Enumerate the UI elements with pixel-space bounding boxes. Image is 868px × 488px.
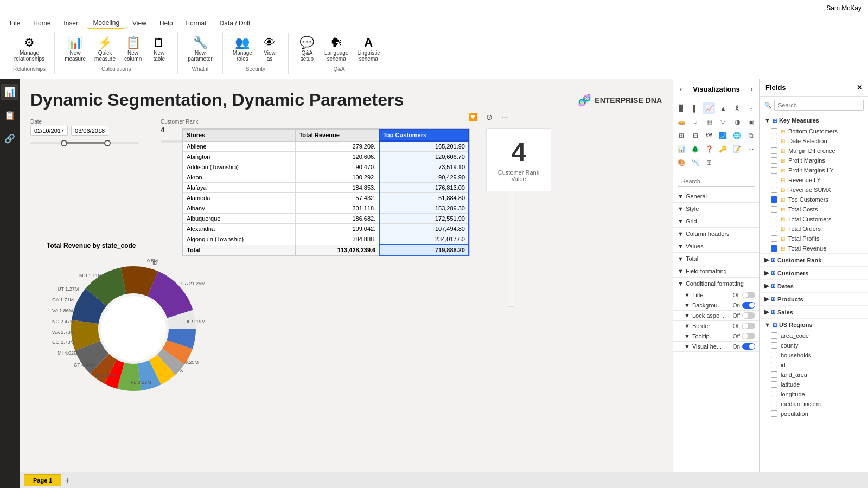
viz-kpi-icon[interactable]: 📊	[675, 143, 687, 155]
latitude-checkbox[interactable]	[771, 381, 777, 388]
viz-section-lock-header[interactable]: ▼ Lock aspe...	[684, 312, 724, 319]
date-slider-thumb-right[interactable]	[104, 140, 111, 146]
land-area-checkbox[interactable]	[771, 371, 777, 378]
menu-modeling[interactable]: Modeling	[87, 18, 125, 29]
field-item-margin-diff[interactable]: ⊞ Margin Difference	[760, 146, 868, 156]
viz-section-bg-header[interactable]: ▼ Backgrou...	[684, 302, 723, 309]
field-item-profit-margins-ly[interactable]: ⊞ Profit Margins LY	[760, 165, 868, 175]
viz-key-influencers-icon[interactable]: 🔑	[717, 143, 729, 155]
tooltip-toggle-switch[interactable]	[742, 333, 755, 339]
field-group-sales-header[interactable]: ▶ ⊞ Sales	[760, 306, 868, 318]
viz-more-icon[interactable]: ···	[745, 143, 757, 155]
viz-smart-narrative-icon[interactable]: 📝	[731, 143, 743, 155]
title-toggle[interactable]: Off	[733, 292, 755, 298]
viz-funnel-icon[interactable]: ▽	[717, 116, 729, 128]
tooltip-toggle[interactable]: Off	[733, 333, 755, 339]
field-item-revenue-ly[interactable]: ⊞ Revenue LY	[760, 175, 868, 185]
more-options-icon[interactable]: ···	[499, 112, 510, 123]
menu-view[interactable]: View	[127, 18, 152, 28]
menu-format[interactable]: Format	[181, 18, 212, 28]
date-to-input[interactable]: 03/06/2018	[71, 126, 108, 136]
viz-analytics-icon[interactable]: 📉	[690, 157, 701, 169]
focus-icon[interactable]: ⊙	[484, 112, 495, 123]
viz-section-general-header[interactable]: ▼ General	[673, 190, 760, 202]
viz-slicer-icon[interactable]: ⧉	[745, 130, 757, 142]
viz-donut-icon[interactable]: ○	[690, 116, 701, 128]
field-item-total-revenue[interactable]: ⊞ Total Revenue	[760, 243, 868, 253]
area-code-checkbox[interactable]	[771, 332, 777, 339]
new-measure-button[interactable]: 📊 Newmeasure	[61, 35, 89, 64]
viz-format-icon[interactable]: 🎨	[675, 157, 687, 169]
menu-insert[interactable]: Insert	[58, 18, 85, 28]
viz-section-tooltip-header[interactable]: ▼ Tooltip	[684, 333, 710, 339]
new-table-button[interactable]: 🗒 Newtable	[147, 35, 171, 64]
total-costs-checkbox[interactable]	[771, 206, 777, 213]
manage-roles-button[interactable]: 👥 Manageroles	[229, 35, 256, 64]
viz-ribbon-chart-icon[interactable]: 🎗	[731, 102, 743, 114]
vh-toggle[interactable]: On	[733, 343, 755, 350]
quick-measure-button[interactable]: ⚡ Quickmeasure	[91, 35, 119, 64]
field-group-us-regions-header[interactable]: ▼ ⊞ US Regions	[760, 319, 868, 331]
qa-setup-button[interactable]: 💬 Q&Asetup	[295, 35, 319, 64]
lock-toggle[interactable]: Off	[733, 312, 755, 319]
field-item-bottom-customers[interactable]: ⊞ Bottom Customers	[760, 126, 868, 136]
language-schema-button[interactable]: 🗣 Languageschema	[321, 35, 352, 64]
field-item-total-profits[interactable]: ⊞ Total Profits	[760, 234, 868, 243]
field-item-date-selection[interactable]: ⊞ Date Selection	[760, 136, 868, 146]
viz-section-values-header[interactable]: ▼ Values	[673, 240, 760, 252]
households-checkbox[interactable]	[771, 352, 777, 358]
date-slider-thumb-left[interactable]	[61, 140, 67, 146]
manage-relationships-button[interactable]: ⚙ Managerelationships	[11, 35, 48, 64]
bottom-tab-page1[interactable]: Page 1	[24, 474, 61, 486]
total-orders-checkbox[interactable]	[771, 226, 777, 232]
viz-column-chart-icon[interactable]: ▌	[690, 102, 701, 114]
viz-scatter-icon[interactable]: ⬦	[745, 102, 757, 114]
border-toggle-switch[interactable]	[742, 323, 755, 329]
viz-table-icon[interactable]: ⊞	[675, 130, 687, 142]
viz-filled-map-icon[interactable]: 🗾	[717, 130, 729, 142]
left-icon-report[interactable]: 📊	[1, 84, 18, 100]
left-icon-model[interactable]: 🔗	[1, 130, 18, 147]
menu-file[interactable]: File	[4, 18, 25, 28]
bg-toggle-switch[interactable]	[742, 302, 755, 309]
field-item-total-customers[interactable]: ⊞ Total Customers	[760, 214, 868, 224]
fields-search-input[interactable]	[774, 100, 864, 111]
filter-icon[interactable]: 🔽	[466, 112, 480, 123]
viz-section-total-header[interactable]: ▼ Total	[673, 253, 760, 265]
field-group-customers-header[interactable]: ▶ ⊞ Customers	[760, 267, 868, 279]
total-revenue-checkbox[interactable]	[771, 245, 777, 252]
field-item-total-orders[interactable]: ⊞ Total Orders	[760, 224, 868, 234]
profit-margins-ly-checkbox[interactable]	[771, 167, 777, 174]
date-slider[interactable]	[30, 138, 139, 149]
viz-decomp-icon[interactable]: 🌲	[690, 143, 701, 155]
fields-panel-close-icon[interactable]: ✕	[857, 84, 863, 92]
field-item-county[interactable]: county	[760, 341, 868, 350]
field-item-longitude[interactable]: longitude	[760, 389, 868, 399]
viz-section-style-header[interactable]: ▼ Style	[673, 203, 760, 215]
bg-toggle[interactable]: On	[733, 302, 755, 309]
viz-pie-icon[interactable]: 🥧	[675, 116, 687, 128]
viz-gauge-icon[interactable]: ◑	[731, 116, 743, 128]
viz-search-input[interactable]	[678, 176, 755, 187]
viz-section-col-headers-header[interactable]: ▼ Column headers	[673, 228, 760, 240]
field-item-latitude[interactable]: latitude	[760, 380, 868, 389]
field-item-id[interactable]: id	[760, 360, 868, 370]
viz-panel-expand-arrow[interactable]: ›	[749, 84, 754, 94]
field-item-population[interactable]: population	[760, 409, 868, 419]
viz-area-chart-icon[interactable]: ▲	[717, 102, 729, 114]
viz-section-vh-header[interactable]: ▼ Visual he...	[684, 343, 722, 350]
viz-section-grid-header[interactable]: ▼ Grid	[673, 215, 760, 227]
viz-bar-chart-icon[interactable]: ▊	[675, 102, 687, 114]
viz-card-icon[interactable]: ▣	[745, 116, 757, 128]
date-from-input[interactable]: 02/10/2017	[30, 126, 68, 136]
margin-diff-checkbox[interactable]	[771, 147, 777, 154]
viz-section-border-header[interactable]: ▼ Border	[684, 323, 710, 329]
id-checkbox[interactable]	[771, 362, 777, 368]
longitude-checkbox[interactable]	[771, 391, 777, 397]
viz-shape-map-icon[interactable]: 🌐	[731, 130, 743, 142]
viz-line-chart-icon[interactable]: 📈	[703, 102, 715, 114]
field-item-median-income[interactable]: median_income	[760, 399, 868, 409]
view-as-button[interactable]: 👁 Viewas	[258, 35, 282, 64]
field-item-profit-margins[interactable]: ⊞ Profit Margins	[760, 156, 868, 165]
viz-map-icon[interactable]: 🗺	[703, 130, 715, 142]
